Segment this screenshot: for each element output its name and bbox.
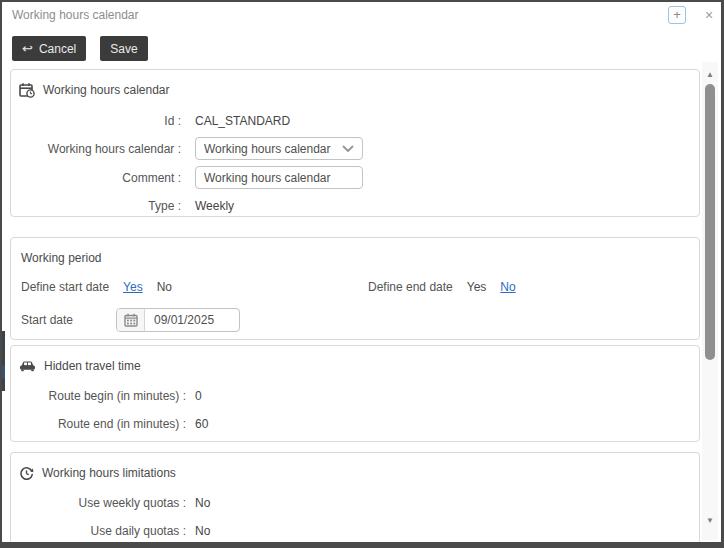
section-title: Working hours calendar: [43, 83, 170, 97]
chevron-down-icon: [342, 142, 354, 156]
define-start-date-label: Define start date: [21, 280, 109, 294]
field-row-daily-quotas: Use daily quotas : No: [11, 523, 699, 539]
section-hidden-travel-time: Hidden travel time Route begin (in minut…: [10, 345, 700, 442]
id-label: Id :: [11, 114, 181, 128]
define-end-no-link[interactable]: No: [500, 280, 515, 294]
use-daily-quotas-label: Use daily quotas :: [11, 524, 186, 538]
define-start-no-option[interactable]: No: [157, 280, 172, 294]
datepicker-calendar-icon[interactable]: [117, 309, 145, 331]
car-icon: [19, 359, 36, 373]
start-date-label: Start date: [21, 313, 116, 327]
define-end-yes-option[interactable]: Yes: [467, 280, 487, 294]
field-row-route-begin: Route begin (in minutes) : 0: [11, 388, 699, 404]
start-date-input[interactable]: 09/01/2025: [116, 308, 240, 332]
field-row-calendar-select: Working hours calendar : Working hours c…: [11, 137, 699, 160]
section-title: Working hours limitations: [42, 466, 176, 480]
define-dates-row: Define start date Yes No Define end date…: [21, 280, 699, 296]
field-row-comment: Comment :: [11, 166, 699, 189]
section-title: Hidden travel time: [44, 359, 141, 373]
toolbar: ↩ Cancel Save: [12, 36, 148, 61]
define-start-date-group: Define start date Yes No: [21, 280, 172, 294]
use-daily-quotas-value: No: [195, 524, 210, 538]
cancel-button[interactable]: ↩ Cancel: [12, 36, 86, 61]
start-date-row: Start date 09/0: [21, 308, 699, 332]
route-begin-label: Route begin (in minutes) :: [11, 389, 186, 403]
save-button-label: Save: [110, 42, 137, 56]
dialog-title: Working hours calendar: [12, 8, 139, 22]
working-hours-calendar-select[interactable]: Working hours calendar: [195, 137, 363, 160]
use-weekly-quotas-value: No: [195, 496, 210, 510]
route-begin-value: 0: [195, 389, 202, 403]
comment-label: Comment :: [11, 171, 181, 185]
section-working-hours-limitations: Working hours limitations Use weekly quo…: [10, 452, 700, 548]
section-working-period: Working period Define start date Yes No …: [10, 237, 700, 340]
scroll-down-arrow-icon[interactable]: ▼: [702, 514, 718, 528]
route-end-value: 60: [195, 417, 208, 431]
undo-arrow-icon: ↩: [22, 42, 33, 55]
route-end-label: Route end (in minutes) :: [11, 417, 186, 431]
type-value: Weekly: [195, 199, 234, 213]
scrollbar-thumb[interactable]: [705, 84, 715, 360]
expand-plus-button[interactable]: +: [668, 6, 686, 24]
selected-option: Working hours calendar: [204, 142, 342, 156]
define-start-yes-link[interactable]: Yes: [123, 280, 143, 294]
close-icon[interactable]: ×: [701, 6, 717, 24]
define-end-date-label: Define end date: [368, 280, 453, 294]
define-end-date-group: Define end date Yes No: [368, 280, 516, 294]
background-peek-accent: [0, 365, 5, 379]
field-row-id: Id : CAL_STANDARD: [11, 113, 699, 129]
field-row-route-end: Route end (in minutes) : 60: [11, 416, 699, 432]
save-button[interactable]: Save: [100, 36, 147, 61]
calendar-select-label: Working hours calendar :: [11, 142, 181, 156]
comment-input[interactable]: [195, 166, 363, 189]
clock-history-icon: [19, 466, 34, 481]
section-title: Working period: [21, 251, 101, 265]
start-date-value[interactable]: 09/01/2025: [145, 309, 214, 331]
cancel-button-label: Cancel: [39, 42, 76, 56]
working-hours-calendar-dialog: Working hours calendar + × ↩ Cancel Save: [0, 0, 724, 548]
section-working-hours-calendar: Working hours calendar Id : CAL_STANDARD…: [10, 69, 700, 217]
scroll-up-arrow-icon[interactable]: ▲: [702, 68, 718, 82]
use-weekly-quotas-label: Use weekly quotas :: [11, 496, 186, 510]
vertical-scrollbar[interactable]: ▲ ▼: [702, 62, 718, 540]
field-row-type: Type : Weekly: [11, 198, 699, 214]
background-peek: [0, 331, 5, 391]
id-value: CAL_STANDARD: [195, 114, 290, 128]
type-label: Type :: [11, 199, 181, 213]
field-row-weekly-quotas: Use weekly quotas : No: [11, 495, 699, 511]
calendar-clock-icon: [19, 82, 35, 98]
